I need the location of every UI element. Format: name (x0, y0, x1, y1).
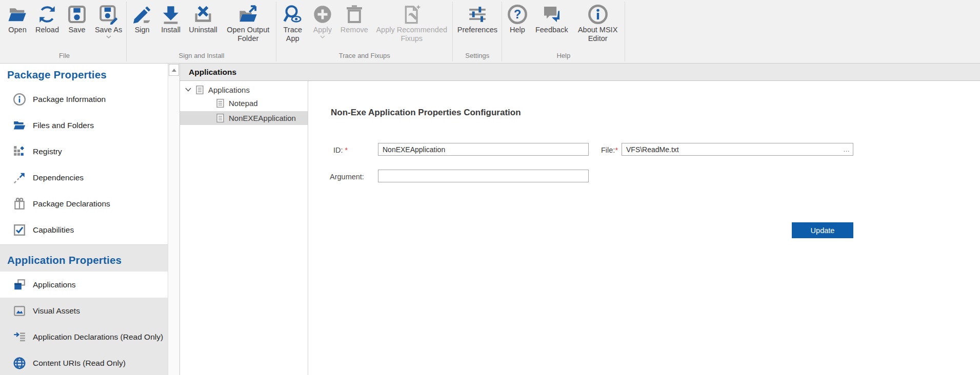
sidebar-item-files-and-folders[interactable]: Files and Folders (0, 112, 168, 138)
sidebar-item-label: Applications (33, 280, 76, 289)
ribbon-group-label-file: File (3, 51, 126, 63)
sidebar-item-label: Capabilities (33, 225, 74, 235)
uninstall-label: Uninstall (189, 26, 217, 34)
save-as-icon (98, 3, 119, 26)
help-button[interactable]: ? Help (503, 0, 532, 34)
scrollbar-up-button[interactable] (169, 64, 179, 76)
open-label: Open (8, 26, 26, 34)
sidebar-item-dependencies[interactable]: Dependencies (0, 164, 168, 191)
sign-button[interactable]: Sign (128, 0, 156, 34)
sidebar-header-package-properties: Package Properties (0, 64, 168, 86)
uninstall-button[interactable]: Uninstall (185, 0, 221, 34)
preferences-sliders-icon (467, 3, 488, 26)
open-output-folder-icon (237, 3, 259, 26)
save-as-label: Save As (95, 26, 122, 34)
folder-icon (12, 118, 26, 132)
sidebar-item-content-uris[interactable]: Content URIs (Read Only) (0, 350, 168, 375)
navigation-sidebar: Package Properties Package Information F… (0, 64, 180, 375)
sidebar-item-capabilities[interactable]: Capabilities (0, 217, 168, 243)
sidebar-header-application-properties: Application Properties (0, 245, 168, 272)
ribbon-group-trace-fixups-buttons: Trace App Apply Remove (277, 0, 452, 51)
apply-plus-icon (312, 3, 333, 26)
feedback-button[interactable]: Feedback (532, 0, 572, 34)
scroll-up-arrow-icon (172, 69, 176, 72)
apply-label: Apply (313, 26, 332, 34)
feedback-label: Feedback (535, 26, 568, 34)
sidebar-item-registry[interactable]: Registry (0, 138, 168, 164)
save-as-button[interactable]: Save As (91, 0, 126, 38)
sidebar-item-label: Dependencies (33, 173, 84, 182)
ribbon-group-help-buttons: ? Help Feedback About MSIX Editor (503, 0, 624, 51)
dependencies-arrow-icon (12, 171, 26, 184)
open-folder-icon (7, 3, 28, 26)
help-question-icon: ? (507, 3, 528, 26)
open-button[interactable]: Open (3, 0, 32, 34)
tree-node-nonexeapplication[interactable]: NonEXEApplication (180, 111, 308, 125)
sign-label: Sign (135, 26, 150, 34)
form-heading: Non-Exe Application Properties Configura… (331, 108, 521, 118)
svg-text:?: ? (514, 8, 521, 21)
about-info-icon (587, 3, 609, 26)
document-icon (216, 113, 225, 123)
save-label: Save (68, 26, 85, 34)
globe-icon (12, 356, 26, 370)
tree-node-applications[interactable]: Applications (180, 83, 308, 96)
install-button[interactable]: Install (156, 0, 185, 34)
reload-icon (36, 3, 58, 26)
image-icon (12, 304, 26, 318)
argument-label-text: Argument: (330, 173, 364, 181)
sidebar-item-visual-assets[interactable]: Visual Assets (0, 298, 168, 324)
window-body: Package Properties Package Information F… (0, 64, 980, 375)
apply-fixups-icon (401, 3, 423, 26)
ribbon-group-label-help: Help (503, 51, 624, 63)
file-field-label: File:* (601, 146, 618, 154)
save-as-dropdown-chevron-icon (106, 35, 111, 38)
id-input[interactable] (378, 143, 589, 156)
preferences-button[interactable]: Preferences (454, 0, 501, 34)
sidebar-item-label: Package Information (33, 95, 106, 104)
browse-button[interactable]: … (841, 143, 853, 155)
sidebar-item-label: Registry (33, 147, 62, 156)
tree-node-label: Applications (208, 86, 250, 94)
install-label: Install (161, 26, 181, 34)
sidebar-item-label: Visual Assets (33, 306, 80, 316)
ribbon-group-label-trace-fixups: Trace and Fixups (277, 51, 452, 63)
file-label-text: File: (601, 146, 615, 154)
trace-app-button[interactable]: Trace App (277, 0, 308, 43)
file-input[interactable] (622, 143, 841, 155)
ribbon-toolbar: Open Reload Save (0, 0, 980, 64)
trace-app-icon (282, 3, 304, 26)
registry-grid-icon (12, 144, 26, 158)
apply-recommended-fixups-button: Apply Recommended Fixups (372, 0, 452, 43)
tree-expand-chevron-icon[interactable] (184, 88, 192, 92)
ribbon-group-settings: Preferences Settings (453, 0, 502, 63)
application-properties-form: Non-Exe Application Properties Configura… (308, 81, 980, 375)
sidebar-item-label: Files and Folders (33, 121, 94, 130)
sidebar-item-package-information[interactable]: Package Information (0, 86, 168, 112)
about-msix-editor-label: About MSIX Editor (575, 26, 621, 43)
sidebar-item-package-declarations[interactable]: Package Declarations (0, 191, 168, 217)
open-output-folder-label: Open Output Folder (225, 26, 272, 43)
sidebar-item-application-declarations[interactable]: Application Declarations (Read Only) (0, 324, 168, 350)
declarations-list-icon (12, 330, 26, 344)
msix-editor-window: Open Reload Save (0, 0, 980, 375)
applications-tree: Applications Notepad NonEXEApplication (180, 81, 308, 375)
file-input-wrapper: … (622, 143, 853, 156)
about-msix-editor-button[interactable]: About MSIX Editor (572, 0, 624, 43)
uninstall-x-icon (192, 3, 214, 26)
help-label: Help (510, 26, 525, 34)
reload-button[interactable]: Reload (32, 0, 63, 34)
save-button[interactable]: Save (63, 0, 91, 34)
tree-node-notepad[interactable]: Notepad (180, 96, 308, 110)
main-panel: Applications Applications (180, 64, 980, 375)
update-button[interactable]: Update (792, 222, 853, 238)
sidebar-item-label: Application Declarations (Read Only) (33, 332, 163, 342)
sidebar-item-applications[interactable]: Applications (0, 272, 168, 298)
sidebar-section-application-properties: Application Properties Applications Visu… (0, 245, 168, 375)
ribbon-group-file-buttons: Open Reload Save (3, 0, 126, 51)
open-output-folder-button[interactable]: Open Output Folder (221, 0, 275, 43)
save-icon (66, 3, 88, 26)
argument-input[interactable] (378, 170, 589, 182)
reload-label: Reload (35, 26, 59, 34)
apply-dropdown-chevron-icon (320, 35, 325, 38)
